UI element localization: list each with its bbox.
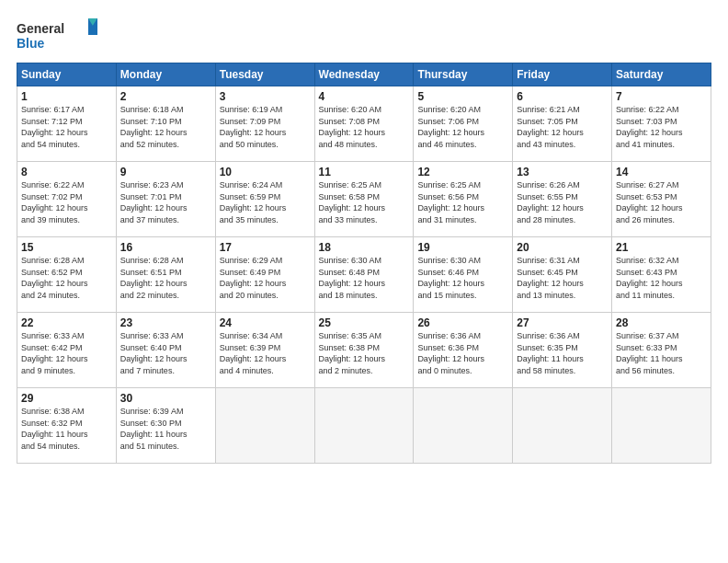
calendar-cell-empty (215, 388, 314, 464)
day-info: Sunrise: 6:17 AMSunset: 7:12 PMDaylight:… (21, 104, 112, 150)
svg-text:Blue: Blue (17, 36, 45, 51)
calendar-cell-21: 21Sunrise: 6:32 AMSunset: 6:43 PMDayligh… (612, 237, 711, 313)
day-info: Sunrise: 6:21 AMSunset: 7:05 PMDaylight:… (517, 104, 608, 150)
day-number: 12 (417, 166, 508, 178)
calendar-cell-empty (414, 388, 513, 464)
day-info: Sunrise: 6:33 AMSunset: 6:42 PMDaylight:… (21, 330, 112, 376)
col-saturday: Saturday (612, 63, 711, 86)
calendar-cell-20: 20Sunrise: 6:31 AMSunset: 6:45 PMDayligh… (513, 237, 612, 313)
week-row: 1Sunrise: 6:17 AMSunset: 7:12 PMDaylight… (17, 86, 711, 162)
calendar-cell-14: 14Sunrise: 6:27 AMSunset: 6:53 PMDayligh… (612, 162, 711, 237)
col-tuesday: Tuesday (215, 63, 314, 86)
day-number: 7 (616, 90, 707, 103)
day-info: Sunrise: 6:19 AMSunset: 7:09 PMDaylight:… (220, 104, 311, 150)
day-info: Sunrise: 6:26 AMSunset: 6:55 PMDaylight:… (517, 179, 608, 225)
day-number: 15 (21, 241, 112, 254)
calendar-cell-4: 4Sunrise: 6:20 AMSunset: 7:08 PMDaylight… (314, 86, 414, 162)
day-info: Sunrise: 6:38 AMSunset: 6:32 PMDaylight:… (21, 406, 112, 452)
day-number: 9 (120, 166, 211, 178)
logo: General Blue (17, 17, 99, 53)
svg-text:General: General (17, 21, 64, 36)
day-number: 20 (517, 241, 608, 254)
calendar-cell-9: 9Sunrise: 6:23 AMSunset: 7:01 PMDaylight… (116, 162, 215, 237)
calendar-cell-1: 1Sunrise: 6:17 AMSunset: 7:12 PMDaylight… (17, 86, 117, 162)
week-row: 22Sunrise: 6:33 AMSunset: 6:42 PMDayligh… (17, 313, 711, 388)
header: General Blue (17, 17, 711, 53)
calendar-cell-5: 5Sunrise: 6:20 AMSunset: 7:06 PMDaylight… (414, 86, 513, 162)
col-thursday: Thursday (414, 63, 513, 86)
day-info: Sunrise: 6:28 AMSunset: 6:52 PMDaylight:… (21, 255, 112, 301)
calendar-cell-empty (513, 388, 612, 464)
calendar-cell-7: 7Sunrise: 6:22 AMSunset: 7:03 PMDaylight… (612, 86, 711, 162)
day-number: 1 (21, 90, 112, 103)
day-number: 10 (220, 166, 311, 178)
day-number: 25 (319, 316, 410, 329)
day-number: 18 (319, 241, 410, 254)
day-info: Sunrise: 6:35 AMSunset: 6:38 PMDaylight:… (319, 330, 410, 376)
day-number: 8 (21, 166, 112, 178)
calendar-cell-3: 3Sunrise: 6:19 AMSunset: 7:09 PMDaylight… (215, 86, 314, 162)
day-info: Sunrise: 6:37 AMSunset: 6:33 PMDaylight:… (616, 330, 707, 376)
col-sunday: Sunday (17, 63, 117, 86)
day-number: 6 (517, 90, 608, 103)
calendar-cell-6: 6Sunrise: 6:21 AMSunset: 7:05 PMDaylight… (513, 86, 612, 162)
day-number: 22 (21, 316, 112, 329)
day-info: Sunrise: 6:22 AMSunset: 7:02 PMDaylight:… (21, 179, 112, 225)
day-info: Sunrise: 6:20 AMSunset: 7:08 PMDaylight:… (319, 104, 410, 150)
calendar-cell-15: 15Sunrise: 6:28 AMSunset: 6:52 PMDayligh… (17, 237, 117, 313)
calendar-cell-13: 13Sunrise: 6:26 AMSunset: 6:55 PMDayligh… (513, 162, 612, 237)
calendar-cell-27: 27Sunrise: 6:36 AMSunset: 6:35 PMDayligh… (513, 313, 612, 388)
calendar-cell-10: 10Sunrise: 6:24 AMSunset: 6:59 PMDayligh… (215, 162, 314, 237)
day-info: Sunrise: 6:36 AMSunset: 6:35 PMDaylight:… (517, 330, 608, 376)
day-number: 30 (120, 392, 211, 405)
day-info: Sunrise: 6:18 AMSunset: 7:10 PMDaylight:… (120, 104, 211, 150)
col-wednesday: Wednesday (314, 63, 414, 86)
day-info: Sunrise: 6:28 AMSunset: 6:51 PMDaylight:… (120, 255, 211, 301)
day-number: 21 (616, 241, 707, 254)
calendar-cell-19: 19Sunrise: 6:30 AMSunset: 6:46 PMDayligh… (414, 237, 513, 313)
calendar-cell-28: 28Sunrise: 6:37 AMSunset: 6:33 PMDayligh… (612, 313, 711, 388)
logo-svg: General Blue (17, 17, 99, 53)
day-info: Sunrise: 6:24 AMSunset: 6:59 PMDaylight:… (220, 179, 311, 225)
calendar-cell-12: 12Sunrise: 6:25 AMSunset: 6:56 PMDayligh… (414, 162, 513, 237)
calendar-cell-23: 23Sunrise: 6:33 AMSunset: 6:40 PMDayligh… (116, 313, 215, 388)
day-info: Sunrise: 6:31 AMSunset: 6:45 PMDaylight:… (517, 255, 608, 301)
day-info: Sunrise: 6:33 AMSunset: 6:40 PMDaylight:… (120, 330, 211, 376)
day-number: 26 (417, 316, 508, 329)
calendar-cell-30: 30Sunrise: 6:39 AMSunset: 6:30 PMDayligh… (116, 388, 215, 464)
day-info: Sunrise: 6:34 AMSunset: 6:39 PMDaylight:… (220, 330, 311, 376)
calendar-cell-29: 29Sunrise: 6:38 AMSunset: 6:32 PMDayligh… (17, 388, 117, 464)
calendar-cell-26: 26Sunrise: 6:36 AMSunset: 6:36 PMDayligh… (414, 313, 513, 388)
calendar-cell-25: 25Sunrise: 6:35 AMSunset: 6:38 PMDayligh… (314, 313, 414, 388)
day-info: Sunrise: 6:20 AMSunset: 7:06 PMDaylight:… (417, 104, 508, 150)
day-number: 19 (417, 241, 508, 254)
calendar-cell-empty (314, 388, 414, 464)
day-info: Sunrise: 6:27 AMSunset: 6:53 PMDaylight:… (616, 179, 707, 225)
day-number: 2 (120, 90, 211, 103)
calendar-cell-18: 18Sunrise: 6:30 AMSunset: 6:48 PMDayligh… (314, 237, 414, 313)
col-monday: Monday (116, 63, 215, 86)
calendar-cell-16: 16Sunrise: 6:28 AMSunset: 6:51 PMDayligh… (116, 237, 215, 313)
day-number: 11 (319, 166, 410, 178)
day-number: 17 (220, 241, 311, 254)
calendar-cell-8: 8Sunrise: 6:22 AMSunset: 7:02 PMDaylight… (17, 162, 117, 237)
day-number: 29 (21, 392, 112, 405)
day-number: 5 (417, 90, 508, 103)
header-row: Sunday Monday Tuesday Wednesday Thursday… (17, 63, 711, 86)
calendar-cell-2: 2Sunrise: 6:18 AMSunset: 7:10 PMDaylight… (116, 86, 215, 162)
day-number: 28 (616, 316, 707, 329)
week-row: 29Sunrise: 6:38 AMSunset: 6:32 PMDayligh… (17, 388, 711, 464)
day-number: 16 (120, 241, 211, 254)
day-number: 4 (319, 90, 410, 103)
col-friday: Friday (513, 63, 612, 86)
day-number: 14 (616, 166, 707, 178)
calendar-cell-17: 17Sunrise: 6:29 AMSunset: 6:49 PMDayligh… (215, 237, 314, 313)
calendar-cell-24: 24Sunrise: 6:34 AMSunset: 6:39 PMDayligh… (215, 313, 314, 388)
day-info: Sunrise: 6:23 AMSunset: 7:01 PMDaylight:… (120, 179, 211, 225)
day-number: 24 (220, 316, 311, 329)
calendar-cell-empty (612, 388, 711, 464)
day-info: Sunrise: 6:36 AMSunset: 6:36 PMDaylight:… (417, 330, 508, 376)
day-number: 13 (517, 166, 608, 178)
day-info: Sunrise: 6:39 AMSunset: 6:30 PMDaylight:… (120, 406, 211, 452)
day-info: Sunrise: 6:32 AMSunset: 6:43 PMDaylight:… (616, 255, 707, 301)
